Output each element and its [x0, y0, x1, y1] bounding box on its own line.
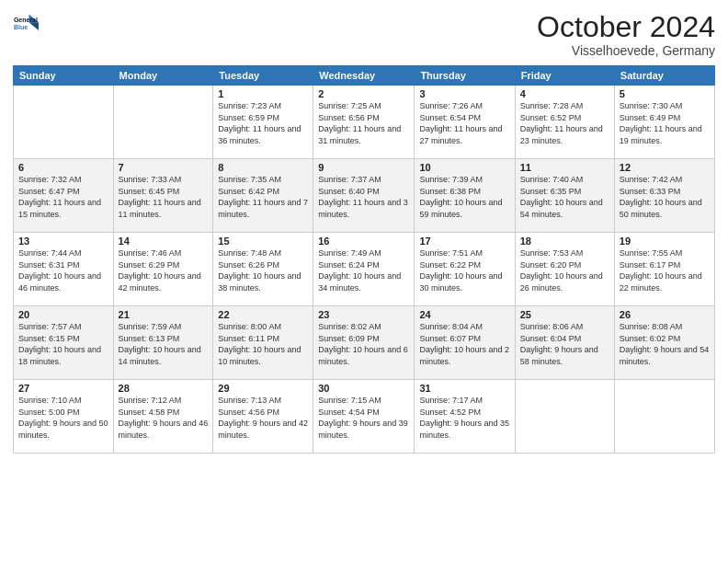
- day-number: 16: [318, 236, 409, 247]
- calendar-cell-w2-d2: 7Sunrise: 7:33 AMSunset: 6:45 PMDaylight…: [113, 159, 213, 233]
- day-number: 21: [119, 309, 209, 320]
- calendar-cell-w5-d4: 30Sunrise: 7:15 AMSunset: 4:54 PMDayligh…: [313, 380, 415, 454]
- day-number: 25: [520, 309, 609, 320]
- title-block: October 2024 Visselhoevede, Germany: [537, 11, 715, 58]
- day-info: Sunrise: 7:15 AMSunset: 4:54 PMDaylight:…: [318, 395, 409, 441]
- calendar-cell-w4-d4: 23Sunrise: 8:02 AMSunset: 6:09 PMDayligh…: [313, 306, 415, 380]
- day-number: 30: [318, 383, 409, 394]
- calendar-cell-w3-d3: 15Sunrise: 7:48 AMSunset: 6:26 PMDayligh…: [213, 233, 313, 306]
- header-friday: Friday: [515, 66, 614, 86]
- calendar-cell-w4-d7: 26Sunrise: 8:08 AMSunset: 6:02 PMDayligh…: [614, 306, 714, 380]
- day-number: 6: [18, 162, 108, 173]
- day-info: Sunrise: 7:55 AMSunset: 6:17 PMDaylight:…: [620, 247, 710, 293]
- day-number: 26: [620, 309, 710, 320]
- calendar-cell-w2-d5: 10Sunrise: 7:39 AMSunset: 6:38 PMDayligh…: [415, 159, 515, 233]
- calendar-cell-w4-d1: 20Sunrise: 7:57 AMSunset: 6:15 PMDayligh…: [14, 306, 114, 380]
- calendar-cell-w4-d3: 22Sunrise: 8:00 AMSunset: 6:11 PMDayligh…: [213, 306, 313, 380]
- svg-text:Blue: Blue: [14, 24, 28, 30]
- calendar-cell-w5-d3: 29Sunrise: 7:13 AMSunset: 4:56 PMDayligh…: [213, 380, 313, 454]
- calendar-cell-w3-d2: 14Sunrise: 7:46 AMSunset: 6:29 PMDayligh…: [113, 233, 213, 306]
- day-info: Sunrise: 7:49 AMSunset: 6:24 PMDaylight:…: [318, 247, 409, 293]
- header: General Blue October 2024 Visselhoevede,…: [13, 11, 715, 58]
- calendar-cell-w5-d7: [614, 380, 714, 454]
- day-number: 22: [218, 309, 308, 320]
- day-info: Sunrise: 7:23 AMSunset: 6:59 PMDaylight:…: [218, 100, 308, 146]
- day-info: Sunrise: 7:12 AMSunset: 4:58 PMDaylight:…: [119, 395, 209, 441]
- day-info: Sunrise: 8:04 AMSunset: 6:07 PMDaylight:…: [419, 321, 509, 367]
- day-number: 15: [218, 236, 308, 247]
- day-number: 20: [18, 309, 108, 320]
- day-number: 19: [620, 236, 710, 247]
- month-title: October 2024: [537, 11, 715, 43]
- day-number: 11: [520, 162, 609, 173]
- day-info: Sunrise: 8:06 AMSunset: 6:04 PMDaylight:…: [520, 321, 609, 367]
- day-number: 9: [318, 162, 409, 173]
- calendar-cell-w2-d6: 11Sunrise: 7:40 AMSunset: 6:35 PMDayligh…: [515, 159, 614, 233]
- day-info: Sunrise: 7:57 AMSunset: 6:15 PMDaylight:…: [18, 321, 108, 367]
- header-monday: Monday: [113, 66, 213, 86]
- day-number: 31: [419, 383, 509, 394]
- week-row-1: 1Sunrise: 7:23 AMSunset: 6:59 PMDaylight…: [14, 86, 715, 159]
- header-thursday: Thursday: [415, 66, 515, 86]
- day-info: Sunrise: 7:37 AMSunset: 6:40 PMDaylight:…: [318, 174, 409, 220]
- day-info: Sunrise: 7:32 AMSunset: 6:47 PMDaylight:…: [18, 174, 108, 220]
- day-info: Sunrise: 8:08 AMSunset: 6:02 PMDaylight:…: [620, 321, 710, 367]
- day-info: Sunrise: 7:53 AMSunset: 6:20 PMDaylight:…: [520, 247, 609, 293]
- day-number: 17: [419, 236, 509, 247]
- week-row-3: 13Sunrise: 7:44 AMSunset: 6:31 PMDayligh…: [14, 233, 715, 306]
- calendar-cell-w2-d7: 12Sunrise: 7:42 AMSunset: 6:33 PMDayligh…: [614, 159, 714, 233]
- day-number: 10: [419, 162, 509, 173]
- calendar-cell-w1-d2: [113, 86, 213, 159]
- calendar-cell-w5-d6: [515, 380, 614, 454]
- calendar-cell-w4-d6: 25Sunrise: 8:06 AMSunset: 6:04 PMDayligh…: [515, 306, 614, 380]
- day-info: Sunrise: 7:51 AMSunset: 6:22 PMDaylight:…: [419, 247, 509, 293]
- week-row-5: 27Sunrise: 7:10 AMSunset: 5:00 PMDayligh…: [14, 380, 715, 454]
- calendar-cell-w3-d4: 16Sunrise: 7:49 AMSunset: 6:24 PMDayligh…: [313, 233, 415, 306]
- day-number: 27: [18, 383, 108, 394]
- calendar-cell-w2-d3: 8Sunrise: 7:35 AMSunset: 6:42 PMDaylight…: [213, 159, 313, 233]
- day-number: 28: [119, 383, 209, 394]
- calendar-cell-w5-d5: 31Sunrise: 7:17 AMSunset: 4:52 PMDayligh…: [415, 380, 515, 454]
- week-row-2: 6Sunrise: 7:32 AMSunset: 6:47 PMDaylight…: [14, 159, 715, 233]
- day-info: Sunrise: 8:02 AMSunset: 6:09 PMDaylight:…: [318, 321, 409, 367]
- day-info: Sunrise: 7:28 AMSunset: 6:52 PMDaylight:…: [520, 100, 609, 146]
- day-info: Sunrise: 8:00 AMSunset: 6:11 PMDaylight:…: [218, 321, 308, 367]
- day-number: 12: [620, 162, 710, 173]
- day-number: 23: [318, 309, 409, 320]
- day-number: 5: [620, 88, 710, 99]
- day-number: 24: [419, 309, 509, 320]
- day-number: 18: [520, 236, 609, 247]
- day-number: 3: [419, 88, 509, 99]
- calendar-cell-w4-d5: 24Sunrise: 8:04 AMSunset: 6:07 PMDayligh…: [415, 306, 515, 380]
- svg-marker-1: [29, 22, 40, 30]
- day-info: Sunrise: 7:44 AMSunset: 6:31 PMDaylight:…: [18, 247, 108, 293]
- day-number: 29: [218, 383, 308, 394]
- calendar-cell-w5-d2: 28Sunrise: 7:12 AMSunset: 4:58 PMDayligh…: [113, 380, 213, 454]
- header-wednesday: Wednesday: [313, 66, 415, 86]
- day-number: 14: [119, 236, 209, 247]
- day-number: 4: [520, 88, 609, 99]
- day-number: 13: [18, 236, 108, 247]
- calendar-cell-w3-d5: 17Sunrise: 7:51 AMSunset: 6:22 PMDayligh…: [415, 233, 515, 306]
- header-tuesday: Tuesday: [213, 66, 313, 86]
- day-info: Sunrise: 7:10 AMSunset: 5:00 PMDaylight:…: [18, 395, 108, 441]
- day-info: Sunrise: 7:33 AMSunset: 6:45 PMDaylight:…: [119, 174, 209, 220]
- calendar-cell-w1-d7: 5Sunrise: 7:30 AMSunset: 6:49 PMDaylight…: [614, 86, 714, 159]
- calendar-table: Sunday Monday Tuesday Wednesday Thursday…: [13, 65, 715, 454]
- day-info: Sunrise: 7:48 AMSunset: 6:26 PMDaylight:…: [218, 247, 308, 293]
- calendar-cell-w2-d1: 6Sunrise: 7:32 AMSunset: 6:47 PMDaylight…: [14, 159, 114, 233]
- location: Visselhoevede, Germany: [537, 43, 715, 58]
- calendar-cell-w3-d7: 19Sunrise: 7:55 AMSunset: 6:17 PMDayligh…: [614, 233, 714, 306]
- day-info: Sunrise: 7:26 AMSunset: 6:54 PMDaylight:…: [419, 100, 509, 146]
- day-info: Sunrise: 7:42 AMSunset: 6:33 PMDaylight:…: [620, 174, 710, 220]
- calendar-cell-w1-d4: 2Sunrise: 7:25 AMSunset: 6:56 PMDaylight…: [313, 86, 415, 159]
- calendar-header-row: Sunday Monday Tuesday Wednesday Thursday…: [14, 66, 715, 86]
- day-info: Sunrise: 7:46 AMSunset: 6:29 PMDaylight:…: [119, 247, 209, 293]
- day-number: 7: [119, 162, 209, 173]
- day-info: Sunrise: 7:40 AMSunset: 6:35 PMDaylight:…: [520, 174, 609, 220]
- day-info: Sunrise: 7:30 AMSunset: 6:49 PMDaylight:…: [620, 100, 710, 146]
- calendar-cell-w3-d6: 18Sunrise: 7:53 AMSunset: 6:20 PMDayligh…: [515, 233, 614, 306]
- calendar-cell-w4-d2: 21Sunrise: 7:59 AMSunset: 6:13 PMDayligh…: [113, 306, 213, 380]
- day-info: Sunrise: 7:25 AMSunset: 6:56 PMDaylight:…: [318, 100, 409, 146]
- day-info: Sunrise: 7:39 AMSunset: 6:38 PMDaylight:…: [419, 174, 509, 220]
